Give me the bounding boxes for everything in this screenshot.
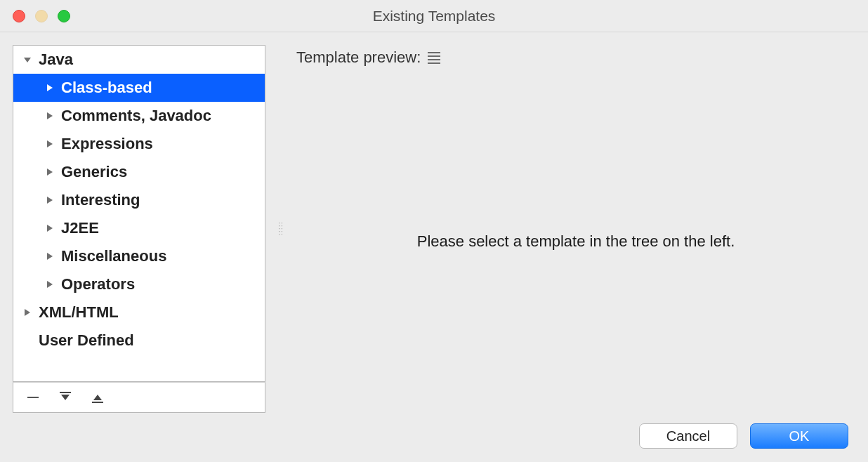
- window-title: Existing Templates: [0, 8, 868, 25]
- tree-item-label: Java: [39, 51, 73, 69]
- template-tree[interactable]: JavaClass-basedComments, JavadocExpressi…: [13, 45, 265, 382]
- window-controls: [13, 10, 70, 22]
- chevron-down-icon: [22, 55, 33, 64]
- zoom-window-button[interactable]: [58, 10, 70, 22]
- left-panel: JavaClass-basedComments, JavadocExpressi…: [13, 45, 265, 413]
- tree-item-label: J2EE: [61, 219, 99, 237]
- main-area: JavaClass-basedComments, JavadocExpressi…: [0, 32, 868, 418]
- minimize-window-button: [35, 10, 48, 22]
- tree-item[interactable]: Java: [13, 46, 265, 74]
- chevron-right-icon: [44, 280, 55, 289]
- tree-item[interactable]: Generics: [13, 158, 265, 186]
- tree-item-label: Miscellaneous: [61, 247, 166, 265]
- svg-rect-1: [60, 392, 71, 393]
- collapse-all-button[interactable]: [89, 389, 106, 406]
- tree-item[interactable]: XML/HTML: [13, 298, 265, 326]
- window: Existing Templates JavaClass-basedCommen…: [0, 0, 868, 462]
- collapse-all-icon: [91, 390, 105, 404]
- ok-button[interactable]: OK: [750, 423, 848, 449]
- chevron-right-icon: [44, 140, 55, 148]
- chevron-right-icon: [44, 168, 55, 176]
- tree-item-label: Comments, Javadoc: [61, 107, 211, 125]
- preview-hint: Please select a template in the tree on …: [417, 232, 735, 251]
- splitter[interactable]: ··········: [278, 45, 284, 413]
- preview-menu-icon[interactable]: [428, 52, 440, 64]
- chevron-right-icon: [44, 112, 55, 120]
- preview-body: Please select a template in the tree on …: [296, 70, 855, 413]
- cancel-button[interactable]: Cancel: [639, 423, 737, 449]
- tree-toolbar: [13, 382, 265, 413]
- chevron-right-icon: [44, 196, 55, 204]
- titlebar: Existing Templates: [0, 0, 868, 32]
- tree-item[interactable]: Operators: [13, 270, 265, 298]
- tree-item-label: XML/HTML: [39, 303, 119, 322]
- tree-item[interactable]: J2EE: [13, 214, 265, 242]
- svg-rect-2: [92, 402, 103, 403]
- tree-item-label: Expressions: [61, 135, 153, 153]
- tree-item-label: Class-based: [61, 79, 152, 97]
- expand-all-icon: [58, 390, 72, 404]
- content: JavaClass-basedComments, JavadocExpressi…: [0, 32, 868, 462]
- tree-item-label: Generics: [61, 163, 127, 181]
- preview-header: Template preview:: [296, 45, 855, 70]
- tree-item[interactable]: Interesting: [13, 186, 265, 214]
- tree-item[interactable]: Expressions: [13, 130, 265, 158]
- expand-all-button[interactable]: [57, 389, 74, 406]
- tree-item[interactable]: User Defined: [13, 326, 265, 355]
- minus-icon: [27, 391, 39, 404]
- tree-item[interactable]: Comments, Javadoc: [13, 102, 265, 130]
- tree-item[interactable]: Class-based: [13, 74, 265, 102]
- chevron-right-icon: [44, 224, 55, 232]
- footer: Cancel OK: [0, 418, 868, 462]
- chevron-right-icon: [44, 84, 55, 92]
- preview-title: Template preview:: [296, 48, 421, 67]
- tree-item-label: Operators: [61, 275, 135, 293]
- tree-item-label: User Defined: [39, 331, 134, 350]
- tree-item-label: Interesting: [61, 191, 140, 209]
- close-window-button[interactable]: [13, 10, 25, 22]
- remove-button[interactable]: [25, 389, 41, 406]
- chevron-right-icon: [22, 308, 33, 317]
- splitter-grip-icon: ··········: [278, 222, 284, 236]
- svg-rect-0: [27, 397, 39, 398]
- chevron-right-icon: [44, 252, 55, 260]
- tree-item[interactable]: Miscellaneous: [13, 242, 265, 270]
- right-panel: Template preview: Please select a templa…: [296, 45, 855, 413]
